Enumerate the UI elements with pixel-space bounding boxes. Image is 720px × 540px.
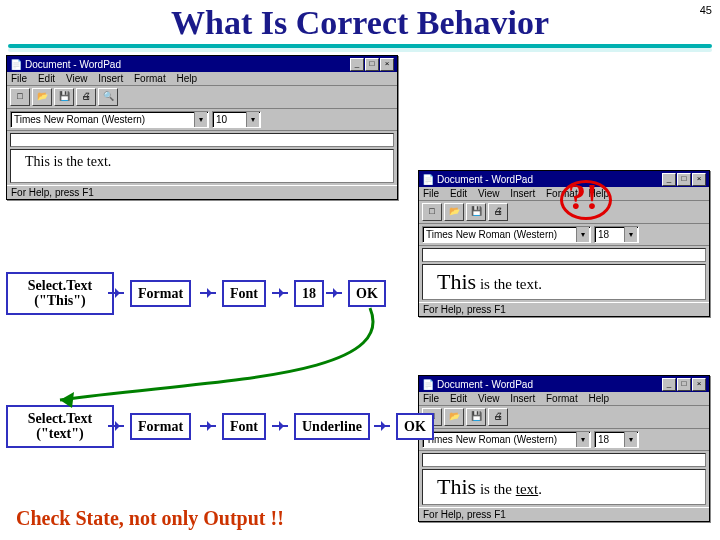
menu-help[interactable]: Help xyxy=(176,73,197,84)
menu-insert[interactable]: Insert xyxy=(510,393,535,404)
app-icon: 📄 xyxy=(10,59,22,70)
menu-view[interactable]: View xyxy=(66,73,88,84)
menu-file[interactable]: File xyxy=(423,393,439,404)
arrow-icon xyxy=(108,292,124,294)
ruler xyxy=(10,133,394,147)
font-name-combo[interactable]: Times New Roman (Western) xyxy=(422,431,591,448)
step-format-1: Format xyxy=(130,280,191,307)
print-icon[interactable]: 🖨 xyxy=(488,203,508,221)
titlebar: 📄 Document - WordPad _ □ × xyxy=(419,376,709,392)
close-button[interactable]: × xyxy=(692,378,706,391)
open-icon[interactable]: 📂 xyxy=(444,408,464,426)
arrow-icon xyxy=(272,425,288,427)
font-name-combo[interactable]: Times New Roman (Western) xyxy=(422,226,591,243)
slide-title: What Is Correct Behavior xyxy=(0,0,720,42)
close-button[interactable]: × xyxy=(692,173,706,186)
maximize-button[interactable]: □ xyxy=(677,173,691,186)
menu-help[interactable]: Help xyxy=(588,393,609,404)
step-ok-1: OK xyxy=(348,280,386,307)
arrow-icon xyxy=(200,425,216,427)
toolbar-format: Times New Roman (Western) 18 xyxy=(419,429,709,451)
save-icon[interactable]: 💾 xyxy=(466,408,486,426)
step-18: 18 xyxy=(294,280,324,307)
page-number: 45 xyxy=(700,4,712,16)
callout-text: ?! xyxy=(568,176,598,218)
menu-format[interactable]: Format xyxy=(134,73,166,84)
new-icon[interactable]: □ xyxy=(10,88,30,106)
window-title: Document - WordPad xyxy=(437,174,533,185)
print-icon[interactable]: 🖨 xyxy=(76,88,96,106)
font-name-combo[interactable]: Times New Roman (Western) xyxy=(10,111,209,128)
font-size-combo[interactable]: 18 xyxy=(594,226,639,243)
new-icon[interactable]: □ xyxy=(422,203,442,221)
status-bar: For Help, press F1 xyxy=(419,507,709,521)
app-icon: 📄 xyxy=(422,379,434,390)
doc3-underlined: text xyxy=(516,481,539,497)
arrow-icon xyxy=(374,425,390,427)
save-icon[interactable]: 💾 xyxy=(54,88,74,106)
menubar: File Edit View Insert Format Help xyxy=(419,392,709,406)
status-bar: For Help, press F1 xyxy=(419,302,709,316)
step-ok-2: OK xyxy=(396,413,434,440)
minimize-button[interactable]: _ xyxy=(350,58,364,71)
open-icon[interactable]: 📂 xyxy=(444,203,464,221)
doc3-suffix: . xyxy=(538,481,542,497)
menu-view[interactable]: View xyxy=(478,188,500,199)
menu-insert[interactable]: Insert xyxy=(98,73,123,84)
toolbar-main: □ 📂 💾 🖨 xyxy=(419,406,709,429)
window-title: Document - WordPad xyxy=(437,379,533,390)
app-icon: 📄 xyxy=(422,174,434,185)
document-area-2[interactable]: This is the text. xyxy=(422,264,706,300)
menubar: File Edit View Insert Format Help xyxy=(7,72,397,86)
toolbar-format: Times New Roman (Western) 18 xyxy=(419,224,709,246)
document-area-3[interactable]: This is the text. xyxy=(422,469,706,505)
document-area-1[interactable]: This is the text. xyxy=(10,149,394,183)
open-icon[interactable]: 📂 xyxy=(32,88,52,106)
menu-edit[interactable]: Edit xyxy=(450,393,467,404)
save-icon[interactable]: 💾 xyxy=(466,203,486,221)
minimize-button[interactable]: _ xyxy=(662,173,676,186)
minimize-button[interactable]: _ xyxy=(662,378,676,391)
status-bar: For Help, press F1 xyxy=(7,185,397,199)
find-icon[interactable]: 🔍 xyxy=(98,88,118,106)
step-underline: Underline xyxy=(294,413,370,440)
step-select-text: Select.Text ("text") xyxy=(6,405,114,448)
toolbar-format: Times New Roman (Western) 10 xyxy=(7,109,397,131)
titlebar: 📄 Document - WordPad _ □ × xyxy=(7,56,397,72)
title-underline xyxy=(8,44,712,48)
menu-edit[interactable]: Edit xyxy=(38,73,55,84)
menu-insert[interactable]: Insert xyxy=(510,188,535,199)
doc2-rest: is the text. xyxy=(476,276,542,292)
font-size-combo[interactable]: 18 xyxy=(594,431,639,448)
bottom-message: Check State, not only Output !! xyxy=(16,507,284,530)
arrow-icon xyxy=(108,425,124,427)
menu-edit[interactable]: Edit xyxy=(450,188,467,199)
menu-file[interactable]: File xyxy=(423,188,439,199)
arrow-icon xyxy=(272,292,288,294)
step-font-2: Font xyxy=(222,413,266,440)
menu-file[interactable]: File xyxy=(11,73,27,84)
titlebar: 📄 Document - WordPad _ □ × xyxy=(419,171,709,187)
print-icon[interactable]: 🖨 xyxy=(488,408,508,426)
wordpad-window-3: 📄 Document - WordPad _ □ × File Edit Vie… xyxy=(418,375,710,522)
maximize-button[interactable]: □ xyxy=(365,58,379,71)
ruler xyxy=(422,453,706,467)
doc2-big: This xyxy=(437,269,476,294)
menu-format[interactable]: Format xyxy=(546,393,578,404)
font-size-combo[interactable]: 10 xyxy=(212,111,261,128)
ruler xyxy=(422,248,706,262)
close-button[interactable]: × xyxy=(380,58,394,71)
menu-view[interactable]: View xyxy=(478,393,500,404)
doc3-big: This xyxy=(437,474,476,499)
doc3-mid: is the xyxy=(476,481,516,497)
arrow-icon xyxy=(200,292,216,294)
step-select-this: Select.Text ("This") xyxy=(6,272,114,315)
maximize-button[interactable]: □ xyxy=(677,378,691,391)
window-title: Document - WordPad xyxy=(25,59,121,70)
step-format-2: Format xyxy=(130,413,191,440)
arrow-icon xyxy=(326,292,342,294)
wordpad-window-1: 📄 Document - WordPad _ □ × File Edit Vie… xyxy=(6,55,398,200)
toolbar-main: □ 📂 💾 🖨 🔍 xyxy=(7,86,397,109)
step-font-1: Font xyxy=(222,280,266,307)
